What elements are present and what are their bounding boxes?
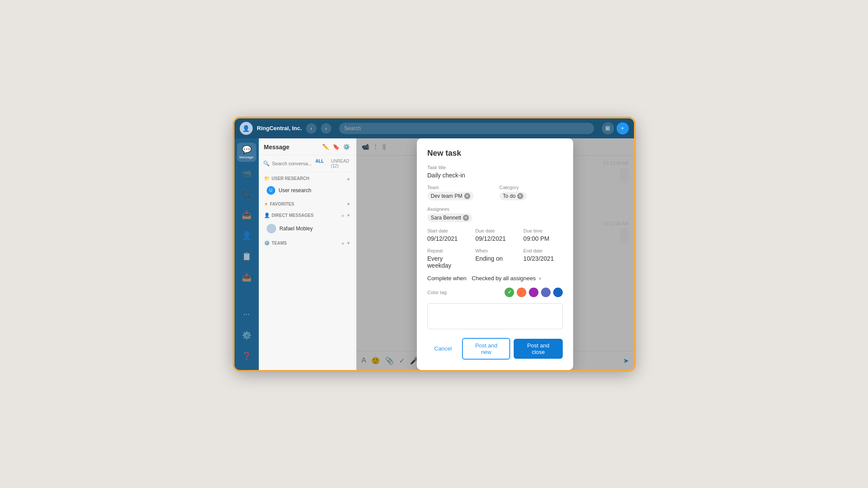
assignee-value: Sara Bennett: [431, 215, 461, 221]
sidebar-item-help[interactable]: ❓: [237, 347, 256, 366]
sidebar-item-tasks[interactable]: 📋: [237, 247, 256, 266]
assignees-label: Assignees: [427, 206, 563, 212]
dropdown-arrow-icon: ▾: [539, 276, 541, 281]
bookmark-icon[interactable]: 🔖: [332, 143, 340, 151]
complete-when-label: Complete when: [427, 275, 466, 282]
favorites-chevron[interactable]: ▼: [347, 202, 351, 206]
message-icon: 💬: [242, 145, 251, 154]
color-tag-label: Color tag: [427, 290, 505, 295]
sidebar: 💬 Message 📹 📞 📥 👤 📋 📤: [234, 138, 259, 370]
search-icon: 🔍: [263, 160, 270, 167]
color-dot-green[interactable]: [505, 288, 514, 297]
search-input[interactable]: [339, 123, 594, 134]
assignees-group: Assignees Sara Bennett ✕: [427, 206, 563, 222]
color-dot-indigo[interactable]: [541, 288, 551, 297]
settings-icon: ⚙️: [242, 331, 251, 340]
rafael-avatar: [267, 224, 276, 233]
modal-overlay: New task Task title Daily check-in Team …: [356, 138, 634, 370]
conversation-search-input[interactable]: [272, 161, 311, 166]
team-category-row: Team Dev team PM ✕ Category: [427, 185, 563, 200]
filter-tabs: ALL UNREAD (12): [314, 158, 352, 169]
sidebar-item-video[interactable]: 📹: [237, 164, 256, 183]
assignee-remove-icon[interactable]: ✕: [463, 215, 469, 221]
section-favorites: ★ FAVORITES ▼: [259, 198, 356, 209]
section-chevron[interactable]: ▲: [347, 176, 351, 181]
tasks-icon: 📋: [242, 252, 251, 261]
category-group: Category To do ✕: [499, 185, 563, 200]
avatar: 👤: [240, 122, 253, 135]
due-time-group: Due time 09:00 PM: [523, 228, 563, 242]
nav-forward-button[interactable]: ›: [321, 123, 331, 134]
compose-icon[interactable]: ✏️: [321, 143, 330, 151]
settings-icon[interactable]: ⚙️: [342, 143, 351, 151]
new-task-modal: New task Task title Daily check-in Team …: [417, 138, 573, 370]
app-header: 👤 RingCentral, Inc. ‹ › ⊞ +: [234, 118, 634, 138]
sidebar-item-files[interactable]: 📤: [237, 268, 256, 287]
sidebar-item-inbox[interactable]: 📥: [237, 205, 256, 224]
nav-item-user-research[interactable]: U User research: [261, 183, 353, 197]
complete-when-row: Complete when Checked by all assignees ▾: [427, 275, 563, 282]
dm-add[interactable]: +: [341, 212, 344, 219]
start-date-label: Start date: [427, 228, 467, 233]
when-label: When: [475, 248, 515, 253]
assignee-tag[interactable]: Sara Bennett ✕: [427, 213, 472, 222]
filter-unread[interactable]: UNREAD (12): [329, 158, 352, 169]
when-value: Ending on: [475, 255, 515, 262]
color-tag-row: Color tag: [427, 288, 563, 297]
section-teams: ⚙️ TEAMS + ▼: [259, 236, 356, 249]
dates-row-1: Start date 09/12/2021 Due date 09/12/202…: [427, 228, 563, 242]
add-button[interactable]: +: [617, 122, 629, 134]
panel-title: Message: [264, 144, 319, 151]
section-title: USER RESEARCH: [272, 176, 345, 181]
end-date-label: End date: [523, 248, 563, 253]
modal-actions: Cancel Post and new Post and close: [427, 338, 563, 360]
dm-icon: 👤: [264, 213, 270, 218]
team-remove-icon[interactable]: ✕: [464, 193, 470, 199]
task-title-group: Task title Daily check-in: [427, 165, 563, 179]
dates-row-2: Repeat Every weekday When Ending on End …: [427, 248, 563, 269]
task-title-label: Task title: [427, 165, 563, 170]
nav-back-button[interactable]: ‹: [306, 123, 317, 134]
help-icon: ❓: [242, 351, 251, 361]
files-icon: 📤: [242, 272, 251, 282]
teams-title: TEAMS: [272, 241, 340, 246]
panel-icons: ✏️ 🔖 ⚙️: [321, 143, 351, 151]
post-and-close-button[interactable]: Post and close: [514, 339, 563, 359]
sidebar-item-phone[interactable]: 📞: [237, 184, 256, 203]
category-remove-icon[interactable]: ✕: [517, 193, 523, 199]
color-dots: [505, 288, 563, 297]
color-dot-blue[interactable]: [553, 288, 563, 297]
grid-icon-button[interactable]: ⊞: [602, 122, 614, 134]
app-body: 💬 Message 📹 📞 📥 👤 📋 📤: [234, 138, 634, 370]
color-dot-orange[interactable]: [517, 288, 526, 297]
cancel-button[interactable]: Cancel: [427, 342, 459, 355]
company-name: RingCentral, Inc.: [257, 125, 302, 131]
due-date-value: 09/12/2021: [475, 235, 515, 242]
nav-item-rafael[interactable]: Rafael Mobley: [261, 221, 353, 236]
due-date-group: Due date 09/12/2021: [475, 228, 515, 242]
team-label: Team: [427, 185, 491, 190]
due-time-label: Due time: [523, 228, 563, 233]
post-and-new-button[interactable]: Post and new: [462, 338, 510, 360]
notes-textarea[interactable]: [427, 303, 563, 329]
filter-all[interactable]: ALL: [314, 158, 326, 169]
sidebar-item-message[interactable]: 💬 Message: [237, 143, 256, 162]
color-dot-purple[interactable]: [529, 288, 538, 297]
complete-when-value[interactable]: Checked by all assignees ▾: [472, 275, 541, 282]
team-tag[interactable]: Dev team PM ✕: [427, 192, 474, 200]
teams-add[interactable]: +: [341, 240, 344, 247]
sidebar-item-more[interactable]: ···: [237, 305, 256, 324]
start-date-group: Start date 09/12/2021: [427, 228, 467, 242]
sidebar-item-settings[interactable]: ⚙️: [237, 326, 256, 345]
teams-chevron[interactable]: ▼: [347, 241, 351, 246]
sidebar-bottom: ··· ⚙️ ❓: [237, 305, 256, 366]
sidebar-item-contacts[interactable]: 👤: [237, 226, 256, 245]
end-date-value: 10/23/2021: [523, 255, 563, 262]
dm-chevron[interactable]: ▼: [347, 213, 351, 218]
main-content: 📹 ⋮ ⟩| 1/1 12:00 AM 1/1 12:00 AM: [356, 138, 634, 370]
repeat-group: Repeat Every weekday: [427, 248, 467, 269]
category-tag[interactable]: To do ✕: [499, 192, 527, 200]
teams-icon: ⚙️: [264, 240, 270, 246]
end-date-group: End date 10/23/2021: [523, 248, 563, 269]
rafael-label: Rafael Mobley: [280, 226, 313, 232]
